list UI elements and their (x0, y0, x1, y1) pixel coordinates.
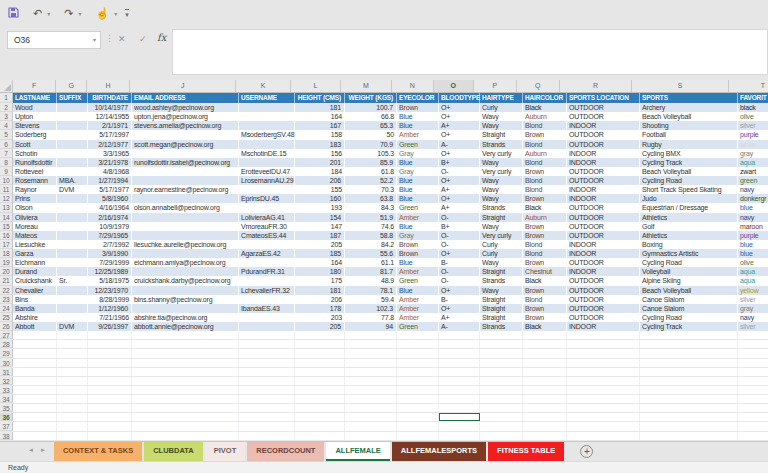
cell[interactable] (640, 340, 738, 348)
cell[interactable]: Wavy (480, 258, 523, 267)
cell[interactable] (57, 295, 88, 304)
cell[interactable]: 7/29/1999 (88, 258, 132, 267)
cell[interactable]: PdurandFR.31 (239, 267, 295, 276)
cell[interactable]: OUTDOOR (567, 286, 640, 295)
cell[interactable] (57, 140, 88, 149)
cell[interactable] (88, 404, 132, 412)
cell[interactable] (57, 340, 88, 348)
touch-mode-dropdown-icon[interactable]: ▾ (114, 10, 117, 17)
column-header-K[interactable]: K (236, 80, 291, 92)
column-header-O[interactable]: O (434, 80, 475, 92)
cell[interactable] (13, 331, 57, 339)
cell[interactable] (480, 432, 523, 440)
cell[interactable] (567, 395, 640, 403)
row-header-29[interactable]: 29 (0, 349, 13, 357)
cell[interactable]: stevens.amelia@pecinow.org (132, 121, 239, 130)
cell[interactable] (239, 331, 295, 339)
cell[interactable]: Volleyball (640, 267, 738, 276)
cell[interactable] (88, 359, 132, 367)
cell[interactable] (57, 121, 88, 130)
cell[interactable] (132, 331, 239, 339)
cell[interactable]: OUTDOOR (567, 295, 640, 304)
column-header-L[interactable]: L (291, 80, 340, 92)
cell[interactable]: wood.ashley@pecinow.org (132, 103, 239, 112)
cell[interactable]: Judo (640, 194, 738, 203)
cell[interactable]: Gymnastics Artistic (640, 249, 738, 258)
cell[interactable] (13, 432, 57, 440)
cell[interactable] (345, 331, 397, 339)
cell[interactable]: VmoreauFR.30 (239, 222, 295, 231)
cell[interactable] (480, 368, 523, 376)
cell[interactable]: Green (397, 276, 439, 285)
cell[interactable] (88, 413, 132, 421)
cell[interactable]: 94 (345, 322, 397, 331)
cell[interactable]: runolfsdottir.isabel@pecinow.org (132, 158, 239, 167)
cell[interactable] (480, 349, 523, 357)
cell[interactable]: 12/14/1955 (88, 112, 132, 121)
row-header-37[interactable]: 37 (0, 422, 13, 430)
cell[interactable] (132, 368, 239, 376)
cell[interactable]: 12/23/1970 (88, 286, 132, 295)
new-sheet-button[interactable]: + (580, 445, 593, 458)
cell[interactable] (295, 359, 345, 367)
row-header-20[interactable]: 20 (0, 267, 13, 276)
cell[interactable]: Straight (480, 295, 523, 304)
cell[interactable]: 187 (295, 231, 345, 240)
cell[interactable]: Cycling Road (640, 176, 738, 185)
cell[interactable]: 50 (345, 130, 397, 139)
cell[interactable]: 55.6 (345, 249, 397, 258)
cell[interactable] (88, 368, 132, 376)
cell[interactable] (397, 395, 439, 403)
cell[interactable]: INDOOR (567, 249, 640, 258)
cell[interactable] (738, 331, 768, 339)
cell[interactable] (567, 413, 640, 421)
cell[interactable]: Blond (523, 295, 567, 304)
cell[interactable]: Mateos (13, 231, 57, 240)
cell[interactable]: Blue (397, 222, 439, 231)
cell[interactable]: Shooting (640, 121, 738, 130)
cell[interactable] (57, 249, 88, 258)
row-header-36[interactable]: 36 (0, 413, 13, 421)
active-cell[interactable] (439, 413, 480, 421)
cell[interactable]: Banda (13, 304, 57, 313)
cell[interactable]: O- (439, 240, 480, 249)
cell[interactable]: Cycling Road (640, 313, 738, 322)
cell[interactable]: 181 (295, 286, 345, 295)
customize-toolbar-icon[interactable]: ▾ (125, 9, 129, 19)
cell[interactable]: Amber (397, 213, 439, 222)
cell[interactable] (239, 395, 295, 403)
cell[interactable] (738, 359, 768, 367)
cell[interactable]: B+ (439, 158, 480, 167)
cell[interactable]: EprinsDU.45 (239, 194, 295, 203)
cell[interactable] (132, 359, 239, 367)
cell[interactable]: Blue (397, 258, 439, 267)
cell[interactable]: 147 (295, 222, 345, 231)
cell[interactable] (132, 249, 239, 258)
cell[interactable] (345, 386, 397, 394)
cell[interactable] (439, 349, 480, 357)
cell[interactable]: O- (439, 167, 480, 176)
row-header-9[interactable]: 9 (0, 167, 13, 176)
cell[interactable] (640, 368, 738, 376)
cell[interactable] (132, 194, 239, 203)
cell[interactable]: Brown (397, 240, 439, 249)
cell[interactable] (57, 359, 88, 367)
cell[interactable]: gray (738, 149, 768, 158)
row-header-11[interactable]: 11 (0, 185, 13, 194)
cell[interactable] (132, 213, 239, 222)
cell[interactable]: Prins (13, 194, 57, 203)
cell[interactable]: A+ (439, 121, 480, 130)
table-header-cell[interactable]: LASTNAME (13, 93, 57, 103)
cell[interactable] (57, 404, 88, 412)
cell[interactable]: Rotteveel (13, 167, 57, 176)
row-header-12[interactable]: 12 (0, 194, 13, 203)
cell[interactable]: MsoderbergSV.48 (239, 130, 295, 139)
cell[interactable]: 205 (295, 240, 345, 249)
table-header-cell[interactable]: FAVORIT (738, 93, 768, 103)
cell[interactable] (132, 395, 239, 403)
row-header-38[interactable]: 38 (0, 432, 13, 440)
cell[interactable] (295, 377, 345, 385)
column-header-M[interactable]: M (341, 80, 392, 92)
cell[interactable] (239, 313, 295, 322)
cell[interactable] (57, 313, 88, 322)
